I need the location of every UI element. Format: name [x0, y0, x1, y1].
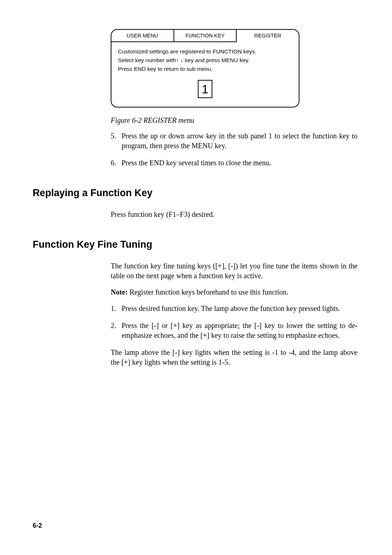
- tuning-outro-block: The lamp above the [-] key lights when t…: [111, 348, 358, 367]
- tuning-steps: Press desired function key. The lamp abo…: [111, 304, 358, 340]
- menu-line-2-post: key and press MENU key.: [183, 57, 249, 63]
- tuning-step-2: Press the [-] or [+] key as appropriate;…: [111, 321, 358, 340]
- steps-5-6: Press the up or down arrow key in the su…: [111, 131, 358, 168]
- tab-label: USER MENU: [127, 33, 158, 39]
- tuning-outro: The lamp above the [-] key lights when t…: [111, 348, 358, 367]
- replay-body: Press function key (F1–F3) desired.: [111, 210, 358, 219]
- tab-user-menu: USER MENU: [111, 30, 174, 41]
- down-arrow-icon: ↓: [180, 57, 183, 63]
- register-menu-figure: USER MENU FUNCTION KEY REGISTER Customiz…: [111, 29, 299, 108]
- note-text: Register function keys beforehand to use…: [128, 288, 289, 296]
- tuning-step-2-text: Press the [-] or [+] key as appropriate;…: [122, 321, 358, 340]
- menu-line-2-pre: Select key number with: [118, 57, 176, 63]
- page-number: 6-2: [33, 522, 42, 530]
- menu-line-2: Select key number with↑ ↓ key and press …: [118, 56, 292, 65]
- step-5: Press the up or down arrow key in the su…: [111, 131, 358, 151]
- heading-replaying: Replaying a Function Key: [33, 187, 359, 199]
- replay-paragraph: Press function key (F1–F3) desired.: [111, 210, 358, 219]
- tab-label: REGISTER: [254, 33, 281, 39]
- menu-body: Customized settings are registered to FU…: [111, 42, 299, 107]
- step-6-text: Press the END key several times to close…: [122, 158, 358, 168]
- document-page: USER MENU FUNCTION KEY REGISTER Customiz…: [0, 0, 392, 555]
- step-6: Press the END key several times to close…: [111, 158, 358, 168]
- tab-register: REGISTER: [237, 30, 299, 42]
- tuning-body: The function key fine tuning keys ([+], …: [111, 261, 358, 297]
- note-label: Note:: [111, 288, 128, 296]
- tuning-intro: The function key fine tuning keys ([+], …: [111, 261, 358, 281]
- menu-line-3: Press END key to return to sub menu.: [118, 65, 292, 73]
- tab-function-key: FUNCTION KEY: [174, 30, 237, 41]
- heading-fine-tuning: Function Key Fine Tuning: [33, 239, 359, 250]
- step-5-text: Press the up or down arrow key in the su…: [122, 131, 358, 151]
- menu-panel: USER MENU FUNCTION KEY REGISTER Customiz…: [111, 29, 299, 108]
- tab-label: FUNCTION KEY: [185, 33, 225, 39]
- selected-key-number-value: 1: [202, 80, 209, 99]
- tuning-note: Note: Register function keys beforehand …: [111, 287, 358, 297]
- figure-caption: Figure 6-2 REGISTER menu: [111, 116, 359, 125]
- up-arrow-icon: ↑: [176, 57, 179, 63]
- tuning-step-1-text: Press desired function key. The lamp abo…: [122, 304, 358, 313]
- tuning-step-1: Press desired function key. The lamp abo…: [111, 304, 358, 313]
- menu-line-1: Customized settings are registered to FU…: [118, 47, 292, 56]
- menu-tabs: USER MENU FUNCTION KEY REGISTER: [111, 30, 299, 42]
- selected-key-number: 1: [198, 80, 212, 98]
